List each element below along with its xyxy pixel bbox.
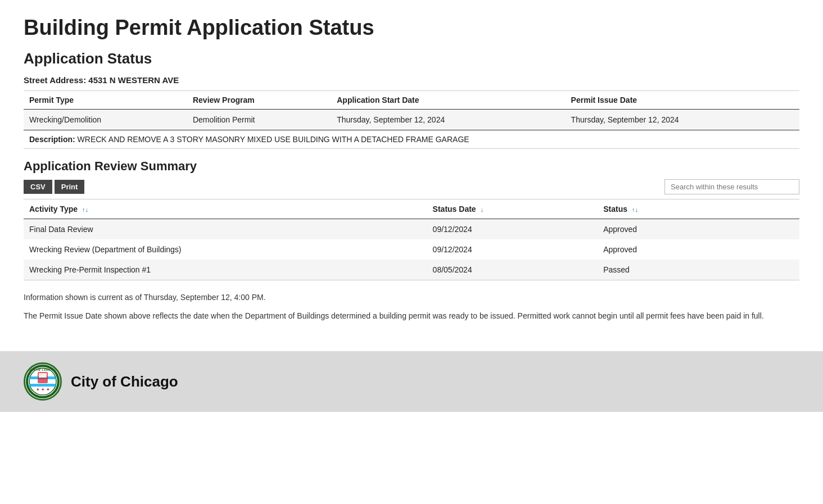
table-row: Wrecking/Demolition Demolition Permit Th… <box>24 110 799 130</box>
col-status: Status ↑↓ <box>598 199 799 219</box>
table-row: Final Data Review09/12/2024Approved <box>24 219 799 240</box>
svg-text:✦ ✦ ✦: ✦ ✦ ✦ <box>36 387 50 392</box>
street-address-label: Street Address: <box>24 75 86 85</box>
col-review-program: Review Program <box>187 91 331 110</box>
sort-icon-activity[interactable]: ↑↓ <box>82 206 88 213</box>
toolbar-buttons: CSV Print <box>24 180 84 194</box>
col-permit-type: Permit Type <box>24 91 187 110</box>
activity-type-cell: Wrecking Pre-Permit Inspection #1 <box>24 260 427 280</box>
site-footer: ✦ ✦ ✦ CITY OF CHICAGO City of Chicago <box>0 351 823 412</box>
activity-type-cell: Final Data Review <box>24 219 427 240</box>
table-row: Wrecking Pre-Permit Inspection #108/05/2… <box>24 260 799 280</box>
page-title: Building Permit Application Status <box>24 16 799 40</box>
description-row: Description: WRECK AND REMOVE A 3 STORY … <box>24 130 799 149</box>
footer-note-1: Information shown is current as of Thurs… <box>24 292 799 303</box>
toolbar: CSV Print <box>24 179 799 194</box>
status-cell: Approved <box>598 239 799 260</box>
col-permit-issue-date: Permit Issue Date <box>566 91 799 110</box>
sort-icon-date[interactable]: ↓ <box>481 206 484 213</box>
sort-icon-status[interactable]: ↑↓ <box>632 206 638 213</box>
description-value: WRECK AND REMOVE A 3 STORY MASONRY MIXED… <box>78 135 469 144</box>
street-address-value: 4531 N WESTERN AVE <box>88 75 179 85</box>
col-status-date: Status Date ↓ <box>427 199 598 219</box>
svg-text:CITY OF CHICAGO: CITY OF CHICAGO <box>27 368 58 371</box>
description-label: Description: <box>29 135 75 144</box>
col-activity-type: Activity Type ↑↓ <box>24 199 427 219</box>
city-seal: ✦ ✦ ✦ CITY OF CHICAGO <box>24 362 62 401</box>
print-button[interactable]: Print <box>55 180 85 194</box>
street-address: Street Address: 4531 N WESTERN AVE <box>24 75 799 85</box>
status-cell: Passed <box>598 260 799 280</box>
app-start-date-cell: Thursday, September 12, 2024 <box>331 110 565 130</box>
footer-notes: Information shown is current as of Thurs… <box>24 292 799 346</box>
footer-note-2: The Permit Issue Date shown above reflec… <box>24 310 799 322</box>
table-row: Wrecking Review (Department of Buildings… <box>24 239 799 260</box>
search-input[interactable] <box>664 179 799 194</box>
footer-city-name: City of Chicago <box>71 373 178 391</box>
svg-rect-4 <box>29 384 56 387</box>
city-seal-svg: ✦ ✦ ✦ CITY OF CHICAGO <box>25 364 60 399</box>
activity-type-cell: Wrecking Review (Department of Buildings… <box>24 239 427 260</box>
review-program-cell: Demolition Permit <box>187 110 331 130</box>
permit-type-cell: Wrecking/Demolition <box>24 110 187 130</box>
review-summary-heading: Application Review Summary <box>24 159 799 174</box>
permit-issue-date-cell: Thursday, September 12, 2024 <box>566 110 799 130</box>
status-date-cell: 09/12/2024 <box>427 219 598 240</box>
status-cell: Approved <box>598 219 799 240</box>
permit-table: Permit Type Review Program Application S… <box>24 90 799 130</box>
application-status-heading: Application Status <box>24 50 799 67</box>
col-application-start-date: Application Start Date <box>331 91 565 110</box>
status-date-cell: 09/12/2024 <box>427 239 598 260</box>
csv-button[interactable]: CSV <box>24 180 52 194</box>
svg-rect-6 <box>39 373 47 378</box>
status-date-cell: 08/05/2024 <box>427 260 598 280</box>
review-table: Activity Type ↑↓ Status Date ↓ Status ↑↓… <box>24 199 799 280</box>
